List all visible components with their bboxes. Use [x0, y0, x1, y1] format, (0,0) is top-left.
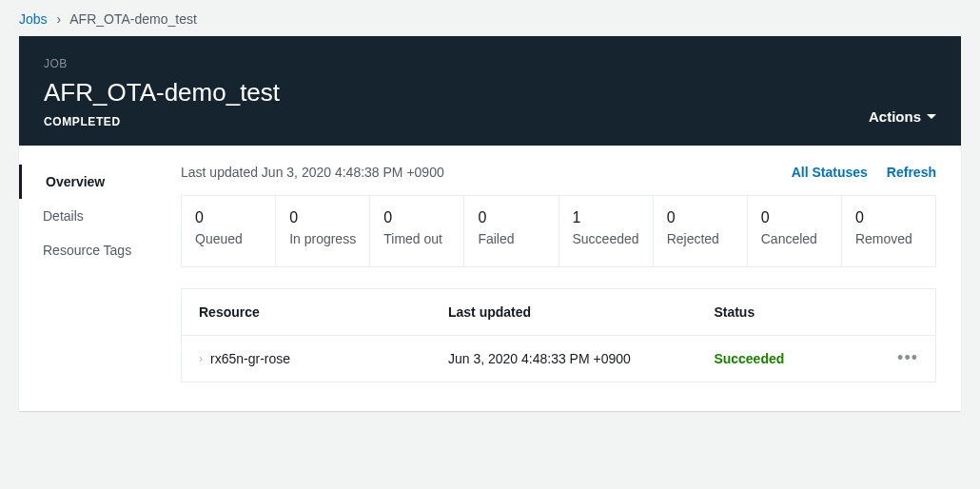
sidenav-item-overview[interactable]: Overview — [19, 165, 171, 199]
stat-label: Timed out — [383, 230, 452, 247]
resources-table: Resource Last updated Status › rx65n-gr-… — [181, 288, 936, 382]
table-header: Resource Last updated Status — [182, 289, 935, 336]
stat-label: Canceled — [761, 230, 830, 247]
sidenav-item-details[interactable]: Details — [22, 199, 171, 233]
stat-value: 0 — [289, 209, 358, 226]
refresh-link[interactable]: Refresh — [887, 165, 936, 180]
stat-failed: 0 Failed — [464, 196, 559, 266]
more-actions-icon[interactable]: ••• — [897, 348, 918, 367]
stat-removed: 0 Removed — [842, 196, 935, 266]
stat-label: Removed — [855, 230, 924, 247]
table-row: › rx65n-gr-rose Jun 3, 2020 4:48:33 PM +… — [182, 336, 935, 381]
page-title: AFR_OTA-demo_test — [44, 78, 936, 108]
breadcrumb-root-link[interactable]: Jobs — [19, 11, 48, 27]
breadcrumb: Jobs › AFR_OTA-demo_test — [0, 0, 980, 36]
all-statuses-link[interactable]: All Statuses — [792, 165, 868, 180]
stat-label: In progress — [289, 230, 358, 247]
stat-value: 0 — [195, 209, 264, 226]
stat-value: 0 — [478, 209, 546, 226]
main-content: Last updated Jun 3, 2020 4:48:38 PM +090… — [171, 146, 961, 411]
last-updated-value: Jun 3, 2020 4:48:38 PM +0900 — [262, 165, 444, 180]
stat-value: 0 — [383, 209, 452, 226]
actions-button[interactable]: Actions — [869, 108, 936, 125]
stat-label: Failed — [478, 230, 546, 247]
breadcrumb-separator: › — [56, 11, 61, 27]
col-header-resource: Resource — [199, 304, 448, 320]
stat-rejected: 0 Rejected — [654, 196, 748, 266]
resource-name[interactable]: rx65n-gr-rose — [210, 351, 290, 366]
col-header-last-updated: Last updated — [448, 304, 714, 320]
stat-label: Queued — [195, 230, 264, 247]
job-status: COMPLETED — [44, 115, 936, 128]
stat-label: Succeeded — [573, 230, 641, 247]
row-last-updated: Jun 3, 2020 4:48:33 PM +0900 — [448, 351, 714, 366]
job-header: JOB AFR_OTA-demo_test COMPLETED Actions — [19, 36, 961, 146]
sidenav-item-resource-tags[interactable]: Resource Tags — [22, 233, 171, 267]
job-panel: JOB AFR_OTA-demo_test COMPLETED Actions … — [19, 36, 961, 411]
col-header-status: Status — [714, 304, 880, 320]
top-line: Last updated Jun 3, 2020 4:48:38 PM +090… — [181, 165, 936, 180]
row-status: Succeeded — [714, 351, 880, 366]
stat-in-progress: 0 In progress — [276, 196, 370, 266]
stat-value: 0 — [761, 209, 830, 226]
stat-queued: 0 Queued — [182, 196, 276, 266]
stat-succeeded: 1 Succeeded — [559, 196, 654, 266]
chevron-right-icon[interactable]: › — [199, 352, 203, 365]
stat-value: 1 — [573, 209, 641, 226]
breadcrumb-current: AFR_OTA-demo_test — [69, 11, 197, 27]
stat-canceled: 0 Canceled — [748, 196, 842, 266]
stat-value: 0 — [667, 209, 735, 226]
last-updated-text: Last updated Jun 3, 2020 4:48:38 PM +090… — [181, 165, 444, 180]
side-nav: Overview Details Resource Tags — [19, 146, 171, 411]
job-header-label: JOB — [44, 57, 936, 70]
stat-label: Rejected — [667, 230, 735, 247]
stat-value: 0 — [855, 209, 924, 226]
actions-button-label: Actions — [869, 108, 921, 125]
stats-grid: 0 Queued 0 In progress 0 Timed out 0 Fai… — [181, 195, 936, 267]
stat-timed-out: 0 Timed out — [370, 196, 464, 266]
last-updated-prefix: Last updated — [181, 165, 262, 180]
caret-down-icon — [927, 114, 936, 119]
top-links: All Statuses Refresh — [792, 165, 936, 180]
